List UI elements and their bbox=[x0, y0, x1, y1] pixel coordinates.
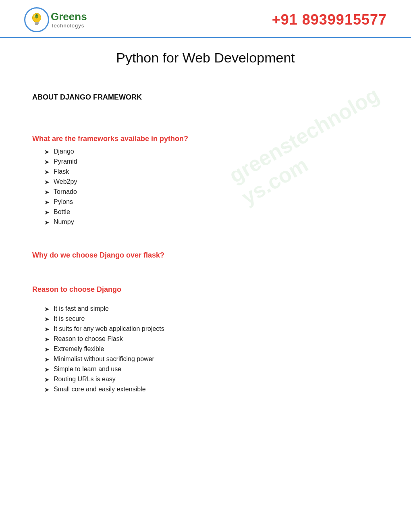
list-item-text: Reason to choose Flask bbox=[54, 335, 123, 343]
arrow-icon: ➤ bbox=[44, 386, 50, 393]
svg-point-6 bbox=[36, 14, 38, 16]
list-item: ➤ Tornado bbox=[44, 188, 379, 196]
arrow-icon: ➤ bbox=[44, 336, 50, 343]
list-item: ➤ Small core and easily extensible bbox=[44, 386, 379, 393]
list-item-text: Extremely flexible bbox=[54, 345, 104, 353]
logo-tech-text: Technologys bbox=[51, 23, 87, 29]
frameworks-list: ➤ Django ➤ Pyramid ➤ Flask ➤ Web2py ➤ To… bbox=[44, 148, 379, 226]
list-item: ➤ Web2py bbox=[44, 178, 379, 186]
list-item-text: Web2py bbox=[54, 178, 77, 185]
frameworks-heading: What are the frameworks availabe in pyth… bbox=[32, 135, 379, 143]
list-item: ➤ It suits for any web application proje… bbox=[44, 325, 379, 333]
arrow-icon: ➤ bbox=[44, 346, 50, 353]
arrow-icon: ➤ bbox=[44, 219, 50, 226]
list-item-text: It is secure bbox=[54, 315, 85, 322]
list-item: ➤ Reason to choose Flask bbox=[44, 335, 379, 343]
arrow-icon: ➤ bbox=[44, 158, 50, 166]
svg-rect-3 bbox=[35, 24, 38, 25]
list-item: ➤ Routing URLs is easy bbox=[44, 376, 379, 383]
why-django-heading: Why do we choose Django over flask? bbox=[32, 251, 379, 260]
list-item: ➤ Pyramid bbox=[44, 158, 379, 166]
list-item-text: Django bbox=[54, 148, 74, 155]
list-item-text: Pyramid bbox=[54, 158, 77, 165]
arrow-icon: ➤ bbox=[44, 326, 50, 333]
list-item-text: Flask bbox=[54, 168, 69, 175]
list-item: ➤ It is secure bbox=[44, 315, 379, 323]
logo-container: Greens Technologys bbox=[24, 7, 87, 32]
list-item-text: Tornado bbox=[54, 188, 77, 195]
list-item-text: Minimalist without sacrificing power bbox=[54, 355, 154, 363]
list-item: ➤ Flask bbox=[44, 168, 379, 176]
list-item-text: Small core and easily extensible bbox=[54, 386, 146, 393]
arrow-icon: ➤ bbox=[44, 179, 50, 186]
logo-icon bbox=[24, 7, 49, 32]
arrow-icon: ➤ bbox=[44, 199, 50, 206]
arrow-icon: ➤ bbox=[44, 189, 50, 196]
list-item-text: It suits for any web application project… bbox=[54, 325, 164, 332]
reason-django-heading: Reason to choose Django bbox=[32, 285, 379, 294]
list-item: ➤ Extremely flexible bbox=[44, 345, 379, 353]
arrow-icon: ➤ bbox=[44, 209, 50, 216]
list-item-text: Routing URLs is easy bbox=[54, 376, 116, 383]
list-item: ➤ It is fast and simple bbox=[44, 305, 379, 313]
arrow-icon: ➤ bbox=[44, 376, 50, 383]
list-item: ➤ Pylons bbox=[44, 198, 379, 206]
list-item: ➤ Bottle bbox=[44, 208, 379, 216]
header: Greens Technologys +91 8939915577 bbox=[0, 0, 411, 38]
page-title: Python for Web Development bbox=[32, 50, 379, 66]
phone-number: +91 8939915577 bbox=[272, 11, 387, 28]
list-item-text: Bottle bbox=[54, 208, 70, 216]
arrow-icon: ➤ bbox=[44, 366, 50, 373]
list-item: ➤ Minimalist without sacrificing power bbox=[44, 355, 379, 363]
arrow-icon: ➤ bbox=[44, 168, 50, 176]
arrow-icon: ➤ bbox=[44, 305, 50, 313]
arrow-icon: ➤ bbox=[44, 316, 50, 323]
list-item-text: Pylons bbox=[54, 198, 73, 206]
logo-greens-text: Greens bbox=[51, 11, 87, 23]
logo-text: Greens Technologys bbox=[51, 11, 87, 29]
list-item: ➤ Simple to learn and use bbox=[44, 366, 379, 373]
reason-django-list: ➤ It is fast and simple ➤ It is secure ➤… bbox=[44, 305, 379, 393]
arrow-icon: ➤ bbox=[44, 356, 50, 363]
arrow-icon: ➤ bbox=[44, 148, 50, 156]
list-item-text: Numpy bbox=[54, 218, 74, 226]
list-item-text: Simple to learn and use bbox=[54, 366, 121, 373]
list-item: ➤ Numpy bbox=[44, 218, 379, 226]
list-item: ➤ Django bbox=[44, 148, 379, 156]
main-content: Python for Web Development ABOUT DJANGO … bbox=[0, 38, 411, 414]
list-item-text: It is fast and simple bbox=[54, 305, 109, 312]
about-heading: ABOUT DJANGO FRAMEWORK bbox=[32, 93, 379, 102]
